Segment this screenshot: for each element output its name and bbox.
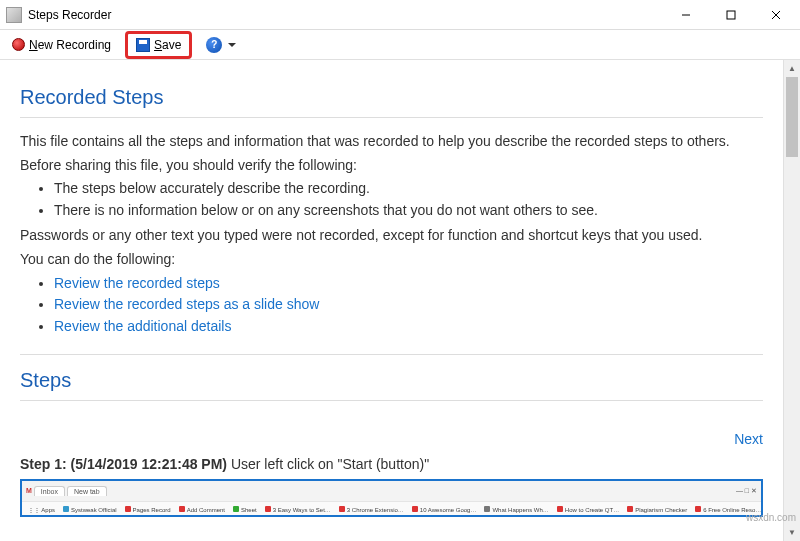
intro-text: Passwords or any other text you typed we… xyxy=(20,226,763,246)
save-label: Save xyxy=(154,38,181,52)
minimize-button[interactable] xyxy=(663,1,708,29)
minimize-icon xyxy=(681,10,691,20)
review-steps-link[interactable]: Review the recorded steps xyxy=(54,275,220,291)
new-recording-button[interactable]: New Recording xyxy=(6,35,117,55)
intro-text: This file contains all the steps and inf… xyxy=(20,132,763,152)
titlebar: Steps Recorder xyxy=(0,0,800,30)
list-item: Review the additional details xyxy=(54,317,763,337)
toolbar: New Recording Save ? xyxy=(0,30,800,60)
divider xyxy=(20,117,763,118)
maximize-button[interactable] xyxy=(708,1,753,29)
step-1-screenshot[interactable]: M Inbox New tab — □ ✕ ⋮⋮ Apps Systweak O… xyxy=(20,479,763,517)
intro-bullet: The steps below accurately describe the … xyxy=(54,179,763,199)
divider xyxy=(20,354,763,355)
step-label: Step 1: xyxy=(20,456,67,472)
scroll-down-button[interactable]: ▼ xyxy=(784,524,800,541)
svg-rect-1 xyxy=(727,11,735,19)
intro-text: Before sharing this file, you should ver… xyxy=(20,156,763,176)
save-highlight-annotation: Save xyxy=(125,31,192,59)
step-timestamp: (5/14/2019 12:21:48 PM) xyxy=(71,456,227,472)
new-recording-label: New Recording xyxy=(29,38,111,52)
vertical-scrollbar[interactable]: ▲ ▼ xyxy=(783,60,800,541)
close-icon xyxy=(771,10,781,20)
window-title: Steps Recorder xyxy=(28,8,111,22)
step-action: User left click on "Start (button)" xyxy=(231,456,429,472)
close-button[interactable] xyxy=(753,1,798,29)
list-item: Review the recorded steps as a slide sho… xyxy=(54,295,763,315)
recorded-steps-heading: Recorded Steps xyxy=(20,86,763,109)
watermark: wsxdn.com xyxy=(746,512,796,523)
maximize-icon xyxy=(726,10,736,20)
review-details-link[interactable]: Review the additional details xyxy=(54,318,231,334)
record-icon xyxy=(12,38,25,51)
review-slideshow-link[interactable]: Review the recorded steps as a slide sho… xyxy=(54,296,319,312)
save-icon xyxy=(136,38,150,52)
help-icon: ? xyxy=(206,37,222,53)
intro-bullet: There is no information below or on any … xyxy=(54,201,763,221)
next-link[interactable]: Next xyxy=(734,431,763,447)
screenshot-bookmarks-bar: ⋮⋮ Apps Systweak Official Pages Record A… xyxy=(22,501,761,517)
screenshot-browser-chrome: M Inbox New tab — □ ✕ xyxy=(22,481,761,501)
scroll-up-button[interactable]: ▲ xyxy=(784,60,800,77)
steps-heading: Steps xyxy=(20,369,763,392)
content-pane: Recorded Steps This file contains all th… xyxy=(0,60,783,541)
step-1-header: Step 1: (5/14/2019 12:21:48 PM) User lef… xyxy=(20,455,763,475)
chevron-down-icon xyxy=(228,43,236,47)
intro-text: You can do the following: xyxy=(20,250,763,270)
app-icon xyxy=(6,7,22,23)
list-item: Review the recorded steps xyxy=(54,274,763,294)
help-dropdown[interactable]: ? xyxy=(200,34,242,56)
divider xyxy=(20,400,763,401)
save-button[interactable]: Save xyxy=(132,36,185,54)
scroll-thumb[interactable] xyxy=(786,77,798,157)
